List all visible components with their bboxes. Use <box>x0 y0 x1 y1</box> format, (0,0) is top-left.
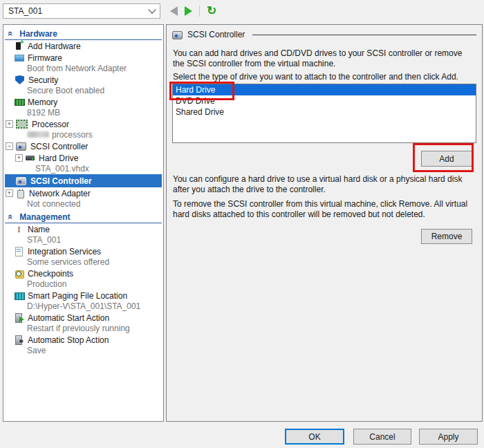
panel-title: SCSI Controller <box>187 30 245 39</box>
add-button[interactable]: Add <box>421 151 472 167</box>
sidebar-item-auto-start[interactable]: Automatic Start Action <box>3 312 163 324</box>
scsi-controller-icon <box>172 31 183 39</box>
header-rule <box>252 35 476 35</box>
drive-option-hard-drive[interactable]: Hard Drive <box>173 84 476 95</box>
panel-paragraph-remove: To remove the SCSI controller from this … <box>173 199 475 220</box>
refresh-icon[interactable]: ↻ <box>207 6 216 17</box>
sidebar-section-management[interactable]: Management <box>5 211 162 223</box>
scsi-controller-icon <box>16 142 26 151</box>
integration-services-subtext: Some services offered <box>3 257 163 268</box>
hyperv-settings-window: STA_001 ↻ Hardware Add Hardware Firmware… <box>0 0 484 448</box>
collapse-section-icon <box>6 31 16 36</box>
chevron-down-icon <box>148 6 156 13</box>
name-subtext: STA_001 <box>3 235 163 245</box>
security-subtext: Secure Boot enabled <box>3 86 163 96</box>
vm-selector-value: STA_001 <box>8 6 42 16</box>
sidebar-item-add-hardware[interactable]: Add Hardware <box>3 40 163 52</box>
name-icon <box>15 225 24 234</box>
sidebar-item-scsi-controller[interactable]: SCSI Controller <box>3 140 163 152</box>
sidebar-item-name[interactable]: Name <box>3 223 163 235</box>
smart-paging-subtext: D:\Hyper-V\STA_001\STA_001 <box>3 301 163 312</box>
sidebar-item-checkpoints[interactable]: Checkpoints <box>3 268 163 279</box>
panel-header: SCSI Controller <box>172 30 476 39</box>
smart-paging-icon <box>15 291 24 300</box>
integration-services-icon <box>15 247 24 256</box>
expander-plus-icon[interactable] <box>6 189 13 197</box>
navigate-back-icon[interactable] <box>170 6 178 16</box>
section-label: Hardware <box>19 29 57 39</box>
hard-drive-icon <box>26 153 35 162</box>
drive-type-listbox[interactable]: Hard Drive DVD Drive Shared Drive <box>172 84 476 143</box>
expander-plus-icon[interactable] <box>15 154 23 162</box>
network-adapter-subtext: Not connected <box>3 199 163 209</box>
memory-icon <box>15 97 24 106</box>
settings-sidebar: Hardware Add Hardware Firmware Boot from… <box>3 24 164 422</box>
automatic-start-icon <box>15 313 24 322</box>
drive-option-dvd-drive[interactable]: DVD Drive <box>173 95 476 106</box>
firmware-icon <box>15 53 24 62</box>
redacted-text <box>27 131 49 138</box>
auto-stop-subtext: Save <box>3 346 163 356</box>
sidebar-item-smart-paging[interactable]: Smart Paging File Location <box>3 290 163 301</box>
processor-subtext: processors <box>3 130 163 140</box>
scsi-controller-icon <box>16 177 26 185</box>
cancel-button[interactable]: Cancel <box>353 429 411 445</box>
collapse-section-icon <box>6 214 16 219</box>
add-hardware-icon <box>15 41 24 50</box>
firmware-subtext: Boot from Network Adapter <box>3 64 163 74</box>
expander-plus-icon[interactable] <box>6 120 13 128</box>
sidebar-item-integration-services[interactable]: Integration Services <box>3 245 163 257</box>
sidebar-item-auto-stop[interactable]: Automatic Stop Action <box>3 334 163 346</box>
hard-drive-subtext: STA_001.vhdx <box>3 164 163 174</box>
expander-minus-icon[interactable] <box>6 142 13 150</box>
auto-start-subtext: Restart if previously running <box>3 324 163 334</box>
scsi-controller-panel: SCSI Controller You can add hard drives … <box>166 24 483 422</box>
checkpoints-icon <box>15 269 24 278</box>
toolbar-separator <box>199 6 200 17</box>
sidebar-section-hardware[interactable]: Hardware <box>5 28 162 40</box>
ok-button[interactable]: OK <box>285 429 344 445</box>
sidebar-item-security[interactable]: Security <box>3 74 163 86</box>
panel-paragraph-add: You can add hard drives and CD/DVD drive… <box>173 48 475 69</box>
sidebar-item-scsi-controller-selected[interactable]: SCSI Controller <box>5 174 162 187</box>
remove-button[interactable]: Remove <box>421 229 472 244</box>
sidebar-item-firmware[interactable]: Firmware <box>3 52 163 64</box>
sidebar-item-processor[interactable]: Processor <box>3 118 163 130</box>
checkpoints-subtext: Production <box>3 279 163 290</box>
sidebar-item-memory[interactable]: Memory <box>3 96 163 108</box>
navigate-forward-icon[interactable] <box>185 6 192 16</box>
automatic-stop-icon <box>15 335 24 344</box>
memory-subtext: 8192 MB <box>3 108 163 118</box>
sidebar-item-network-adapter[interactable]: Network Adapter <box>3 187 163 199</box>
network-adapter-icon <box>16 189 25 198</box>
drive-option-shared-drive[interactable]: Shared Drive <box>173 106 476 118</box>
apply-button[interactable]: Apply <box>419 429 478 445</box>
navigation-toolbar: ↻ <box>170 4 216 18</box>
panel-paragraph-configure: You can configure a hard drive to use a … <box>173 174 475 195</box>
sidebar-item-hard-drive[interactable]: Hard Drive <box>3 152 163 164</box>
vm-selector[interactable]: STA_001 <box>3 3 160 19</box>
panel-paragraph-select: Select the type of drive you want to att… <box>173 72 475 82</box>
section-label: Management <box>19 212 70 222</box>
processor-icon <box>16 120 28 129</box>
shield-icon <box>15 75 24 84</box>
